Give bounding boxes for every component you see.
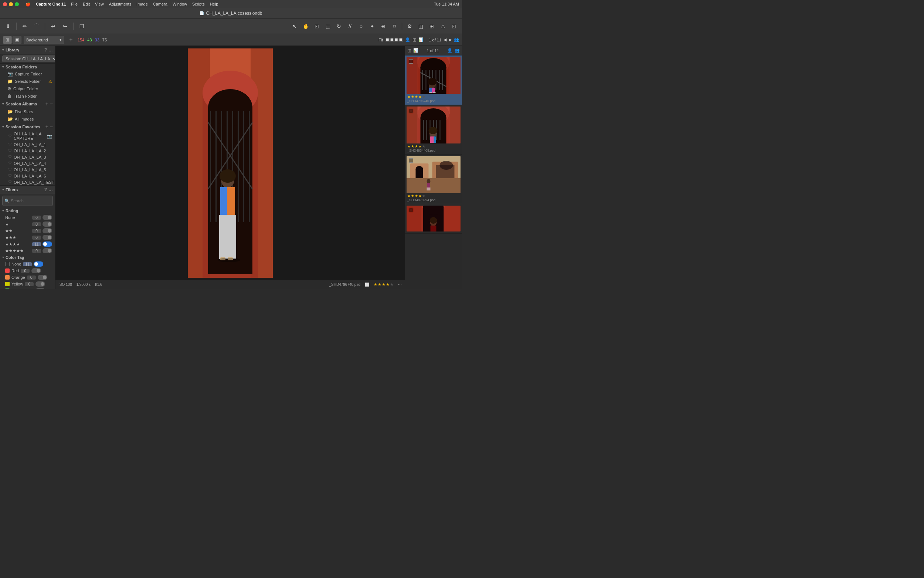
thumbnail-checkbox-0[interactable] — [409, 59, 413, 63]
stamp-tool[interactable]: ✦ — [368, 22, 377, 31]
library-more[interactable]: … — [49, 47, 53, 52]
undo-button[interactable]: ↩ — [49, 22, 58, 31]
output-folder-item[interactable]: ⚙ Output Folder — [0, 85, 55, 93]
import-button[interactable]: ⬇ — [4, 22, 13, 31]
close-button[interactable] — [3, 2, 7, 6]
capture-folder-item[interactable]: 📷 Capture Folder — [0, 70, 55, 78]
image-star-rating[interactable]: ★ ★ ★ ★ ★ — [374, 282, 393, 287]
single-view-button[interactable]: ▣ — [13, 36, 21, 44]
tiles-button[interactable]: ⊡ — [450, 22, 458, 31]
rating-2-toggle[interactable] — [42, 228, 52, 233]
brush-tool-button[interactable]: ✏ — [20, 22, 29, 31]
favorites-remove-button[interactable]: − — [50, 124, 53, 130]
five-stars-album-item[interactable]: 📂 Five Stars — [0, 108, 55, 115]
rating-3-toggle[interactable] — [42, 235, 52, 240]
menu-camera[interactable]: Camera — [153, 2, 167, 6]
color-tag-green-toggle[interactable] — [36, 288, 45, 289]
warning-button[interactable]: ⚠ — [439, 22, 447, 31]
grid-toggle-button[interactable]: ⊞ — [427, 22, 436, 31]
curve-tool-button[interactable]: ⌒ — [32, 22, 41, 31]
color-tag-orange-toggle[interactable] — [38, 275, 47, 280]
thumbnail-item-0[interactable]: ★★★★★ _SHD4796740.psd — [405, 55, 462, 105]
crop-tool[interactable]: ⊡ — [312, 22, 321, 31]
gradient-tool[interactable]: ⌑ — [390, 22, 399, 31]
selects-folder-item[interactable]: 📁 Selects Folder ⚠ — [0, 78, 55, 85]
filters-more[interactable]: … — [49, 187, 53, 192]
favorites-add-button[interactable]: + — [45, 124, 49, 130]
thumbnail-checkbox-2[interactable] — [409, 158, 413, 163]
filmstrip-add-icon[interactable]: 👥 — [455, 48, 460, 53]
thumbnail-item-2[interactable]: ★★★★★ _SHD4978294.psd — [405, 154, 462, 204]
menu-image[interactable]: Image — [136, 2, 148, 6]
favorite-item-2[interactable]: ♡ OH_LA_LA_LA_2 — [0, 148, 55, 154]
full-screen-icon[interactable]: ⬜ — [365, 283, 369, 287]
rating-section-header[interactable]: ▾ Rating — [0, 208, 55, 214]
favorite-item-7[interactable]: ♡ OH_LA_LA_LA_TEST — [0, 179, 55, 185]
menu-view[interactable]: View — [95, 2, 104, 6]
clone-tool[interactable]: ⊕ — [379, 22, 388, 31]
rating-none-toggle[interactable] — [42, 215, 52, 220]
zoom-slider[interactable]: 🔲🔲🔲🔲 — [385, 38, 403, 42]
thumbnail-item-3[interactable] — [405, 204, 462, 234]
keystone-tool[interactable]: // — [346, 22, 354, 31]
favorite-item-5[interactable]: ♡ OH_LA_LA_LA_5 — [0, 166, 55, 173]
rating-1-toggle[interactable] — [42, 221, 52, 227]
filmstrip-nav-prev[interactable]: ◀ — [443, 37, 447, 42]
rating-5-toggle[interactable] — [42, 248, 52, 253]
rating-4-toggle[interactable] — [42, 242, 52, 247]
thumbnail-item-1[interactable]: ★★★★★ _SHD4834408.psd — [405, 105, 462, 154]
session-dropdown[interactable]: Session: OH_LA_LA_LA — [2, 55, 55, 62]
session-folders-header[interactable]: ▾ Session Folders — [0, 63, 55, 70]
favorite-item-6[interactable]: ♡ OH_LA_LA_LA_6 — [0, 173, 55, 179]
rating-none-label: None — [5, 215, 31, 220]
transform-tool[interactable]: ⬚ — [324, 22, 332, 31]
redo-button[interactable]: ↪ — [61, 22, 70, 31]
color-tag-none-toggle[interactable] — [34, 261, 43, 266]
cursor-tool[interactable]: ↖ — [290, 22, 299, 31]
album-add-button[interactable]: + — [45, 101, 49, 107]
maximize-button[interactable] — [15, 2, 19, 6]
filmstrip-compare-icon[interactable]: ◫ — [407, 48, 411, 53]
color-tag-section-header[interactable]: ▾ Color Tag — [0, 254, 55, 261]
filters-help[interactable]: ? — [44, 187, 47, 192]
favorite-item-4[interactable]: ♡ OH_LA_LA_LA_4 — [0, 160, 55, 166]
trash-folder-item[interactable]: 🗑 Trash Folder — [0, 93, 55, 100]
album-remove-button[interactable]: − — [50, 101, 53, 107]
color-tag-yellow-count: 0 — [25, 282, 34, 286]
filmstrip-nav-next[interactable]: ▶ — [449, 37, 451, 42]
settings-button[interactable]: ⚙ — [405, 22, 414, 31]
filmstrip-histogram-icon[interactable]: 📊 — [413, 48, 418, 53]
menu-file[interactable]: File — [71, 2, 78, 6]
layer-selector[interactable]: Background ▾ — [24, 36, 64, 44]
favorite-item-3[interactable]: ♡ OH_LA_LA_LA_3 — [0, 154, 55, 160]
oval-tool[interactable]: ○ — [357, 22, 366, 31]
library-help[interactable]: ? — [44, 47, 47, 52]
rotate-tool[interactable]: ↻ — [335, 22, 343, 31]
add-layer-button[interactable]: + — [66, 36, 75, 44]
copy-button[interactable]: ❐ — [77, 22, 86, 31]
session-albums-header[interactable]: ▾ Session Albums + − — [0, 100, 55, 108]
menu-edit[interactable]: Edit — [83, 2, 90, 6]
color-tag-yellow-toggle[interactable] — [36, 281, 45, 287]
favorite-item-0[interactable]: ♡ OH_LA_LA_LA CAPTURE 📷 — [0, 131, 55, 141]
menu-help[interactable]: Help — [210, 2, 218, 6]
color-tag-red-toggle[interactable] — [31, 268, 41, 273]
favorite-item-1[interactable]: ♡ OH_LA_LA_LA_1 — [0, 141, 55, 148]
display-button[interactable]: ◫ — [416, 22, 425, 31]
search-input[interactable] — [11, 198, 55, 203]
hand-tool[interactable]: ✋ — [301, 22, 310, 31]
menu-scripts[interactable]: Scripts — [192, 2, 205, 6]
all-images-album-item[interactable]: 📂 All Images — [0, 115, 55, 123]
thumbnail-checkbox-1[interactable] — [409, 109, 413, 113]
more-options-icon[interactable]: ⋯ — [398, 283, 402, 287]
filters-section-header[interactable]: ▾ Filters ? … — [0, 186, 55, 194]
menu-adjustments[interactable]: Adjustments — [109, 2, 131, 6]
grid-view-button[interactable]: ⊞ — [3, 36, 12, 44]
session-favorites-header[interactable]: ▾ Session Favorites + − — [0, 123, 55, 131]
image-container[interactable] — [55, 46, 405, 280]
library-section-header[interactable]: ▾ Library ? … — [0, 46, 55, 54]
minimize-button[interactable] — [9, 2, 13, 6]
window-controls[interactable] — [3, 2, 19, 6]
menu-window[interactable]: Window — [173, 2, 187, 6]
thumbnail-checkbox-3[interactable] — [409, 208, 413, 212]
